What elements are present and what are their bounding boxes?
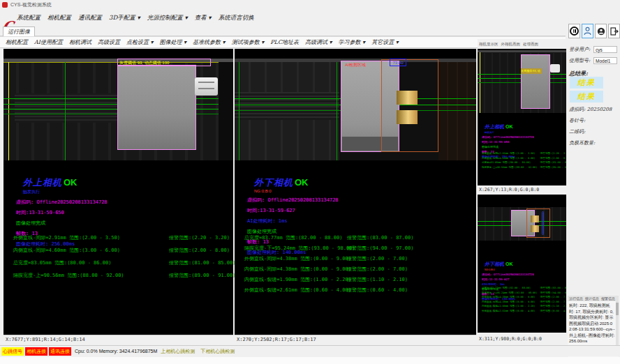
heartbeat-link[interactable]: 上相机心跳检测 [161,348,195,355]
ai-region-label: AI检测区域 [345,62,366,68]
battery-cell-block [521,54,550,109]
upper-thumbnail-coordinates: X:267;Y:13;R:0;G:0;B:0 [478,185,566,195]
gold-tab [531,215,539,222]
camera-result: OK [505,124,513,129]
measurement-alarm: 报警范围:(2.00 - 7.00) [347,266,408,273]
status-badge: 相机连接 [25,347,47,356]
camera-title: 外上相机 [23,177,62,188]
title-bar: CYS-视觉检测系统 — ▢ × [0,0,620,10]
camera-info-line: 时间:13-31-59-650 [16,209,230,216]
virtual-code-field: 虚拟码: 20250208 [569,106,619,113]
right-control-panel: 登录用户: cys 使用型号: Model1 总结果: 结果 结果 虚拟码: 2… [567,10,620,357]
measurement-name: 内侧直线-间隙=4.60mm 范围:(3.00 - 6.00) [13,248,120,253]
toolbar-item[interactable]: AI使用配置 [34,38,63,46]
measurement-row: 隔膜宽度-上=90.56mm 范围:(88.00 - 92.00)报警范围:(8… [13,272,232,285]
winding-pin-field: 卷针号: [569,117,619,124]
toolbar-item[interactable]: 图像处理 ▾ [160,38,187,46]
measurement-name: 总宽度=83.05mm 范围:(80.00 - 86.00) [482,161,531,164]
toolbar-item[interactable]: 学习参数 ▾ [339,38,366,46]
operator-login-button[interactable] [582,24,593,38]
exit-button[interactable] [608,24,620,38]
thumbnail-column: 相机显示区外相机画面处理画面 灰度阈值:93, 动态阈值:100 外上相机OK触… [478,39,566,344]
camera-info-line: 图像处理完成 [482,145,565,149]
toolbar-item[interactable]: 基准线参数 ▾ [193,38,226,46]
machinery-rails [235,92,339,120]
lower-thumbnail-panel[interactable]: 外下相机OKNG:0;B:0虚拟码: Offline20250208133134… [478,195,566,333]
menu-item[interactable]: 通讯配置 [78,14,102,22]
left-measurements: 外侧直线-间隙=2.91mm 范围:(2.00 - 3.50)报警范围:(2.2… [13,234,232,285]
pause-button[interactable] [568,24,580,38]
camera-info-line: 时间:13-31-59-650 [482,140,565,144]
measurement-name: 外侧直线-间隙=2.91mm 范围:(2.00 - 3.50) [13,235,120,241]
toolbar-item[interactable]: 相机配置 [6,38,28,46]
exit-door-icon [610,27,619,36]
log-scrollbar-thumb[interactable] [616,303,619,315]
camera-info-line: 时间:13-31-59-627 [482,278,565,281]
toolbar-item[interactable]: 点检设置 ▾ [126,38,154,46]
log-tab[interactable]: 统计信息 [585,296,599,301]
admin-login-button[interactable] [595,24,607,38]
toolbar-item[interactable]: 高级调试 ▾ [305,38,332,46]
measurement-name: 外侧直线-裂缝=2.61mm 范围:(0.60 - 4.00) [244,287,351,293]
tab-run-image[interactable]: 运行图像 [3,26,35,36]
menu-item[interactable]: 查看 ▾ [195,14,212,22]
measurement-name: 外侧直线-间隙=4.38mm 范围:(0.00 - 9.00) [244,256,351,261]
menu-item[interactable]: 3D手配置 ▾ [109,14,140,22]
menu-item[interactable]: 相机配置 [47,14,71,22]
log-tab[interactable]: 运行信息 [569,296,583,301]
menu-item[interactable]: 系统配置 [17,14,40,22]
login-user-input[interactable]: cys [593,46,617,53]
cpu-memory-readout: Cpu: 0.0% Memory: 3424.41796875M [75,349,157,354]
guide-line-green [239,62,239,160]
thumbnail-header-label[interactable]: 相机显示区 [479,42,499,47]
camera-result: OK [505,261,513,266]
camera-info-line: 图像处理完成 [16,220,230,227]
measurement-name: 外侧直线-间隙=4.38mm 范围:(0.00 - 9.00) [482,296,535,298]
middle-camera-panel: AI检测区域 73.80 外下相机OKNG:0;B:0虚拟码: Offline2… [235,49,476,344]
threshold-label: 灰度阈值:93, 动态阈值:100 [521,68,542,74]
measurement-row: 外侧直线-间隙=4.38mm 范围:(0.00 - 9.00)报警范围:(2.0… [244,255,475,266]
menu-item[interactable]: 光源控制配置 ▾ [147,14,188,22]
camera-subtext: 触发执行 [23,189,230,195]
left-camera-image[interactable]: 灰度阈值:93, 动态阈值:100 [3,59,233,160]
menu-item[interactable]: 系统语言切换 [219,14,254,22]
toolbar-item[interactable]: 其它设置 ▾ [371,38,399,46]
gold-tab [397,91,418,105]
middle-camera-image[interactable]: AI检测区域 73.80 [235,59,476,160]
measurement-alarm: 报警范围:(83.00 - 87.00) [540,287,566,289]
measurement-alarm: 报警范围:(0.60 - 4.00) [347,287,408,294]
threshold-label: 灰度阈值:93, 动态阈值:100 [117,59,211,66]
toolbar-item[interactable]: 相机调试 [69,38,91,46]
measurement-alarm: 报警范围:(1.10 - 2.10) [347,276,408,283]
upper-thumbnail-panel[interactable]: 灰度阈值:93, 动态阈值:100 外上相机OK触发执行虚拟码: Offline… [478,49,566,185]
thumbnail-header-label[interactable]: 外相机画面 [501,42,521,47]
measurement-name: 内侧直线-间隙=4.38mm 范围:(0.00 - 9.00) [244,266,351,272]
measurement-name: 内侧直线-裂缝=1.90mm 范围:(1.00 - 2.20) [482,305,535,308]
heartbeat-link[interactable]: 下相机心跳检测 [200,348,235,355]
menu-bar: 系统配置相机配置通讯配置3D手配置 ▾光源控制配置 ▾查看 ▾系统语言切换 [17,11,561,25]
lower-thumbnail-measurements: 总宽度=83.77mm 范围:(82.00 - 88.00)报警范围:(83.0… [482,287,566,314]
result-box-upper: 结果 [570,77,603,89]
app-window: CYS-视觉检测系统 — ▢ × C 系统配置相机配置通讯配置3D手配置 ▾光源… [0,0,620,364]
log-tab[interactable]: 报警信息 [601,296,615,301]
guide-line-green [65,62,66,160]
model-input[interactable]: Model1 [593,57,617,64]
toolbar-item[interactable]: 测试项参数 ▾ [232,38,265,46]
heartbeat-links: 上相机心跳检测下相机心跳检测 [161,348,235,355]
camera-subtext: NG:0;B:0 [485,268,565,271]
login-user-label: 登录用户: [569,46,593,53]
thumbnail-header-label[interactable]: 处理画面 [523,42,538,47]
measurement-name: 内侧直线-间隙=4.38mm 范围:(0.00 - 9.00) [482,301,535,303]
measurement-alarm: 报警范围:(81.00 - 85.00) [169,259,235,266]
toolbar-item[interactable]: 高级设置 [98,38,120,46]
connector-slot [198,82,214,83]
camera-title: 外下相机 [254,177,293,188]
camera-result: OK [295,177,309,188]
toolbar-item[interactable]: PLC地址表 [270,38,299,46]
camera-info-line: 虚拟码: Offline20250208133134728 [16,199,230,206]
measurement-row: 外侧直线-间隙=2.91mm 范围:(2.00 - 3.50)报警范围:(2.2… [13,234,232,247]
measurement-row: 内侧直线-间隙=4.60mm 范围:(3.00 - 6.00)报警范围:(2.0… [13,247,232,259]
control-button-row [568,24,620,38]
bottom-margin [0,357,620,364]
measurement-name: 隔膜宽度-下=95.24mm 范围:(93.00 - 98.00) [482,291,537,294]
